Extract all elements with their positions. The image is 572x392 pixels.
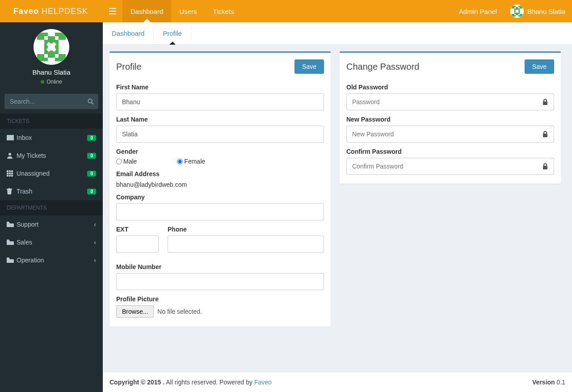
gender-male-option[interactable]: Male xyxy=(116,158,137,165)
nav-dashboard[interactable]: Dashboard xyxy=(122,0,171,22)
lock-icon xyxy=(537,126,554,142)
divider xyxy=(191,27,191,40)
sidebar-item-support[interactable]: Support ‹ xyxy=(0,215,103,233)
svg-rect-23 xyxy=(11,170,13,172)
top-right: Admin Panel Bhanu Slatia xyxy=(452,0,572,22)
sidebar-item-my-tickets[interactable]: My Tickets 0 xyxy=(0,147,103,164)
new-password-input[interactable] xyxy=(346,126,554,143)
sidebar-item-inbox[interactable]: Inbox 0 xyxy=(0,129,103,147)
last-name-input[interactable] xyxy=(116,126,324,143)
profile-title: Profile xyxy=(116,62,142,72)
sidebar: Bhanu Slatia Online TICKETS Inbox 0 My T… xyxy=(0,22,103,392)
svg-rect-30 xyxy=(543,101,547,105)
sidebar-item-unassigned[interactable]: Unassigned 0 xyxy=(0,164,103,182)
password-title: Change Password xyxy=(346,62,419,72)
user-menu[interactable]: Bhanu Slatia xyxy=(504,0,572,22)
svg-rect-31 xyxy=(543,134,547,137)
logo[interactable]: Faveo HELPDESK xyxy=(0,0,103,22)
gender-female-option[interactable]: Female xyxy=(177,158,205,165)
badge: 0 xyxy=(87,153,96,159)
footer-version-label: Version xyxy=(532,379,555,386)
sidebar-user-name: Bhanu Slatia xyxy=(4,68,98,76)
envelope-icon xyxy=(7,135,17,140)
new-password-label: New Password xyxy=(346,116,554,123)
subnav: Dashboard Profile xyxy=(103,22,572,45)
menu-icon xyxy=(109,8,116,14)
gender-label: Gender xyxy=(116,148,324,155)
topbar: Faveo HELPDESK Dashboard Users Tickets A… xyxy=(0,0,572,22)
logo-text-2: HELPDESK xyxy=(42,7,88,16)
main: Dashboard Profile Profile Save First Nam… xyxy=(103,22,572,392)
sidebar-user-status: Online xyxy=(4,78,98,85)
gender-female-radio[interactable] xyxy=(177,159,183,164)
ext-label: EXT xyxy=(116,226,159,233)
nav-tickets[interactable]: Tickets xyxy=(205,0,242,22)
old-password-input[interactable] xyxy=(346,93,554,110)
footer: Copyright © 2015 . All rights reserved. … xyxy=(103,372,572,392)
chevron-left-icon: ‹ xyxy=(94,221,96,228)
mobile-input[interactable] xyxy=(116,273,324,290)
badge: 0 xyxy=(87,171,96,177)
svg-point-18 xyxy=(88,99,92,103)
sidebar-item-operation[interactable]: Operation ‹ xyxy=(0,251,103,269)
footer-copyright: Copyright © 2015 . xyxy=(109,379,164,386)
footer-version: 0.1 xyxy=(555,379,565,386)
password-save-button[interactable]: Save xyxy=(525,59,554,74)
browse-button[interactable]: Browse... xyxy=(116,305,154,318)
gender-male-radio[interactable] xyxy=(116,159,122,164)
user-name: Bhanu Slatia xyxy=(527,8,565,15)
sidebar-item-trash[interactable]: Trash 0 xyxy=(0,182,103,200)
user-icon xyxy=(7,152,17,159)
sidebar-search xyxy=(4,94,98,109)
last-name-label: Last Name xyxy=(116,116,324,123)
confirm-password-input[interactable] xyxy=(346,158,554,175)
folder-icon xyxy=(7,222,17,227)
first-name-input[interactable] xyxy=(116,93,324,110)
svg-rect-26 xyxy=(11,173,13,174)
ext-input[interactable] xyxy=(116,236,159,253)
chevron-left-icon: ‹ xyxy=(94,257,96,264)
badge: 0 xyxy=(87,135,96,141)
chevron-left-icon: ‹ xyxy=(94,239,96,246)
svg-rect-27 xyxy=(7,175,8,177)
company-input[interactable] xyxy=(116,203,324,220)
tab-dashboard[interactable]: Dashboard xyxy=(103,22,153,44)
picture-label: Profile Picture xyxy=(116,295,324,303)
phone-label: Phone xyxy=(168,226,324,233)
svg-rect-21 xyxy=(7,170,8,172)
nav-users[interactable]: Users xyxy=(171,0,205,22)
svg-rect-28 xyxy=(9,175,11,177)
svg-rect-24 xyxy=(7,173,8,174)
password-box: Change Password Save Old Password New Pa… xyxy=(340,51,561,184)
tab-profile[interactable]: Profile xyxy=(154,22,191,44)
footer-link[interactable]: Faveo xyxy=(254,379,272,386)
svg-rect-29 xyxy=(11,175,13,177)
admin-panel-link[interactable]: Admin Panel xyxy=(452,0,504,22)
profile-save-button[interactable]: Save xyxy=(294,59,324,74)
svg-rect-25 xyxy=(9,173,11,174)
footer-rights: All rights reserved. Powered by xyxy=(164,379,254,386)
logo-text-1: Faveo xyxy=(13,7,39,16)
avatar-icon xyxy=(510,4,524,18)
search-button[interactable] xyxy=(83,94,98,109)
email-value: bhanu@ladybirdweb.com xyxy=(116,180,324,188)
lock-icon xyxy=(537,94,554,110)
sidebar-item-sales[interactable]: Sales ‹ xyxy=(0,233,103,251)
sidebar-user: Bhanu Slatia Online xyxy=(0,22,103,89)
email-label: Email Address xyxy=(116,170,324,177)
search-icon xyxy=(88,98,94,105)
svg-line-19 xyxy=(92,102,93,104)
folder-icon xyxy=(7,240,17,245)
company-label: Company xyxy=(116,194,324,201)
sidebar-toggle[interactable] xyxy=(103,0,122,22)
svg-point-20 xyxy=(8,153,11,156)
badge: 0 xyxy=(87,189,96,194)
old-password-label: Old Password xyxy=(346,84,554,91)
top-nav: Dashboard Users Tickets xyxy=(122,0,242,22)
profile-box: Profile Save First Name Last Name Gender xyxy=(109,51,331,327)
svg-rect-32 xyxy=(543,166,547,169)
status-dot-icon xyxy=(41,80,44,84)
file-status: No file selected. xyxy=(157,308,202,315)
phone-input[interactable] xyxy=(168,236,324,253)
avatar-icon xyxy=(34,29,69,65)
